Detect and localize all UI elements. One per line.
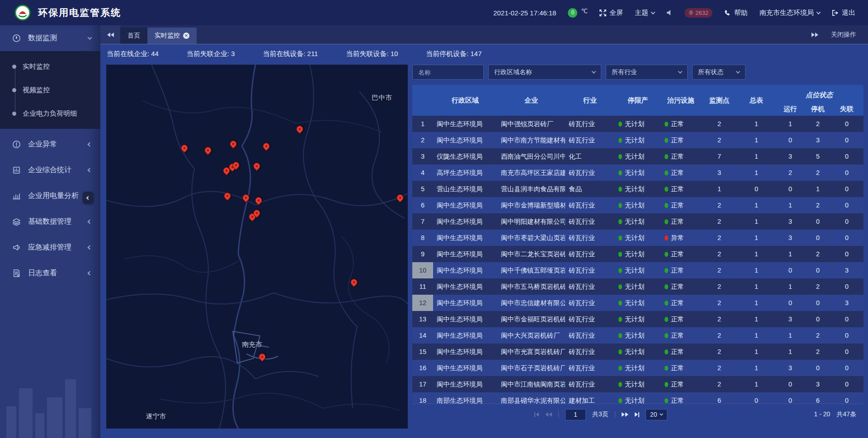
double-chevron-left-icon bbox=[107, 33, 114, 37]
sidebar-item-power-load-detail[interactable]: 企业电力负荷明细 bbox=[0, 102, 100, 125]
cell-region: 阆中生态环境局 bbox=[433, 327, 497, 344]
table-row[interactable]: 12 阆中生态环境局 阆中市忠信建材有限公 砖瓦行业 无计划 正常 2 1 0 … bbox=[412, 295, 863, 311]
prev-page-button[interactable] bbox=[545, 412, 552, 417]
cell-points: 2 bbox=[701, 327, 738, 344]
cell-company: 阆中大兴页岩机砖厂 bbox=[497, 327, 565, 344]
table-row[interactable]: 10 阆中生态环境局 阆中千佛镇五郎垭页岩 砖瓦行业 无计划 正常 2 1 0 … bbox=[412, 262, 863, 278]
cell-limit-status: 无计划 bbox=[615, 148, 661, 165]
notification-badge[interactable]: 2632 bbox=[684, 8, 712, 18]
tab-realtime-monitoring[interactable]: 实时监控 ✕ bbox=[147, 28, 197, 44]
cell-region: 阆中生态环境局 bbox=[433, 197, 497, 213]
table-row[interactable]: 3 仪陇生态环境局 西南油气田分公司川中 化工 无计划 正常 7 1 3 5 0 bbox=[412, 148, 863, 165]
cell-facility-status: 正常 bbox=[661, 246, 701, 262]
cell-run: 1 bbox=[775, 197, 806, 213]
status-dot-icon bbox=[618, 138, 622, 143]
cell-meters: 1 bbox=[738, 116, 775, 132]
app-logo-icon bbox=[14, 5, 31, 21]
cell-lost: 0 bbox=[830, 213, 863, 230]
cell-limit-status: 无计划 bbox=[615, 165, 661, 181]
cell-company: 阆中市二龙长宝页岩砖 bbox=[497, 246, 565, 262]
tab-close-icon[interactable]: ✕ bbox=[183, 33, 189, 39]
sidebar-item-log-view[interactable]: 日志查看 bbox=[0, 260, 100, 286]
table-row[interactable]: 5 营山生态环境局 营山县润丰肉食品有限 食品 无计划 正常 1 0 0 1 0 bbox=[412, 181, 863, 197]
help-button[interactable]: 帮助 bbox=[724, 9, 748, 17]
cell-meters: 1 bbox=[738, 360, 775, 376]
cell-company: 阆中市江南镇阆南页岩 bbox=[497, 376, 565, 392]
status-dot-icon bbox=[618, 219, 622, 224]
close-operations-button[interactable]: 关闭操作 bbox=[831, 31, 856, 39]
table-row[interactable]: 15 阆中生态环境局 阆中市光富页岩机砖厂 砖瓦行业 无计划 正常 2 1 1 … bbox=[412, 344, 863, 360]
cell-points: 3 bbox=[701, 165, 738, 181]
chevron-left-icon bbox=[88, 168, 92, 173]
status-dot-icon bbox=[618, 187, 622, 192]
cell-region: 阆中生态环境局 bbox=[433, 132, 497, 148]
map-panel[interactable]: 巴中市南充市遂宁市 bbox=[106, 65, 408, 429]
status-dot-icon bbox=[665, 154, 668, 159]
region-filter-select[interactable]: 行政区域名称 bbox=[488, 65, 601, 80]
status-dot-icon bbox=[665, 317, 668, 322]
row-number: 7 bbox=[412, 213, 433, 230]
filter-bar: 行政区域名称 所有行业 所有状态 bbox=[412, 65, 863, 80]
table-row[interactable]: 17 阆中生态环境局 阆中市江南镇阆南页岩 砖瓦行业 无计划 正常 2 1 0 … bbox=[412, 376, 863, 392]
col-industry: 行业 bbox=[565, 85, 615, 116]
sidebar-item-video-monitoring[interactable]: 视频监控 bbox=[0, 78, 100, 102]
sidebar-item-realtime-monitoring[interactable]: 实时监控 bbox=[0, 55, 100, 78]
first-page-button[interactable] bbox=[534, 412, 539, 417]
cell-run: 1 bbox=[775, 116, 806, 132]
table-row[interactable]: 16 阆中生态环境局 阆中市石子页岩机砖厂 砖瓦行业 无计划 正常 2 1 3 … bbox=[412, 360, 863, 376]
next-page-button[interactable] bbox=[622, 412, 628, 417]
table-row[interactable]: 8 阆中生态环境局 阆中市枣碧大梁山页岩 砖瓦行业 无计划 异常 2 1 3 0… bbox=[412, 230, 863, 246]
table-row[interactable]: 2 阆中生态环境局 阆中市南方节能建材有 砖瓦行业 无计划 正常 2 1 0 3… bbox=[412, 132, 863, 148]
status-dot-icon bbox=[665, 138, 668, 143]
status-filter-select[interactable]: 所有状态 bbox=[692, 65, 745, 80]
monitor-panel: 行政区域名称 所有行业 所有状态 行政区域 企业 行业 停限产 治污设施 监测点 bbox=[412, 65, 863, 429]
tabs-scroll-right-button[interactable] bbox=[811, 33, 818, 37]
table-row[interactable]: 6 阆中生态环境局 阆中市金博瑞新型墙材 砖瓦行业 无计划 正常 2 1 1 2… bbox=[412, 197, 863, 213]
sidebar-item-base-data[interactable]: 基础数据管理 bbox=[0, 209, 100, 235]
last-page-button[interactable] bbox=[635, 412, 639, 417]
page-number-input[interactable]: 1 bbox=[565, 409, 586, 420]
tab-home[interactable]: 首页 bbox=[120, 28, 147, 44]
sidebar-collapse-button[interactable] bbox=[83, 192, 94, 204]
cell-meters: 0 bbox=[738, 181, 775, 197]
status-dot-icon bbox=[665, 187, 668, 192]
table-row[interactable]: 14 阆中生态环境局 阆中大兴页岩机砖厂 砖瓦行业 无计划 正常 2 1 1 2… bbox=[412, 327, 863, 344]
chevron-left-icon bbox=[88, 271, 92, 276]
cell-region: 阆中生态环境局 bbox=[433, 376, 497, 392]
sidebar-item-data-monitoring[interactable]: 数据监测 bbox=[0, 25, 100, 51]
cell-run: 1 bbox=[775, 246, 806, 262]
sidebar-item-enterprise-statistics[interactable]: 企业综合统计 bbox=[0, 157, 100, 183]
cell-lost: 0 bbox=[830, 148, 863, 165]
org-dropdown[interactable]: 南充市生态环境局 bbox=[760, 9, 820, 17]
map-city-label: 巴中市 bbox=[372, 94, 392, 102]
cell-facility-status: 正常 bbox=[661, 376, 701, 392]
name-filter-field[interactable] bbox=[412, 65, 484, 80]
cell-points: 1 bbox=[701, 181, 738, 197]
row-number: 15 bbox=[412, 344, 433, 360]
cell-industry: 砖瓦行业 bbox=[565, 327, 615, 344]
status-dot-icon bbox=[665, 349, 668, 354]
tabs-scroll-left-button[interactable] bbox=[100, 25, 120, 44]
status-dot-icon bbox=[618, 398, 622, 403]
logout-button[interactable]: 退出 bbox=[832, 9, 855, 17]
sidebar-item-emergency-reduction[interactable]: 应急减排管理 bbox=[0, 235, 100, 260]
table-row[interactable]: 1 阆中生态环境局 阆中强锐页岩砖厂 砖瓦行业 无计划 正常 2 1 1 2 0 bbox=[412, 116, 863, 132]
table-row[interactable]: 11 阆中生态环境局 阆中市五马桥页岩机砖 砖瓦行业 无计划 正常 2 1 1 … bbox=[412, 278, 863, 295]
table-row[interactable]: 13 阆中生态环境局 阆中市金福旺页岩机砖 砖瓦行业 无计划 正常 2 1 3 … bbox=[412, 311, 863, 327]
table-row[interactable]: 9 阆中生态环境局 阆中市二龙长宝页岩砖 砖瓦行业 无计划 正常 2 1 1 2… bbox=[412, 246, 863, 262]
status-dot-icon bbox=[665, 170, 668, 175]
row-number: 8 bbox=[412, 230, 433, 246]
cell-facility-status: 正常 bbox=[661, 327, 701, 344]
industry-filter-select[interactable]: 所有行业 bbox=[606, 65, 688, 80]
sidebar-item-enterprise-abnormal[interactable]: 企业异常 bbox=[0, 132, 100, 157]
page-size-select[interactable]: 20 bbox=[646, 409, 667, 420]
table-row[interactable]: 4 高坪生态环境局 南充市高坪区王家店建 砖瓦行业 无计划 正常 3 1 2 2… bbox=[412, 165, 863, 181]
speaker-muted-icon[interactable] bbox=[666, 9, 673, 16]
fullscreen-button[interactable]: 全屏 bbox=[599, 9, 623, 17]
cell-meters: 1 bbox=[738, 246, 775, 262]
name-filter-input[interactable] bbox=[418, 69, 478, 76]
cell-stop: 0 bbox=[806, 230, 830, 246]
theme-dropdown[interactable]: 主题 bbox=[635, 9, 655, 17]
table-row[interactable]: 7 阆中生态环境局 阆中明阳建材有限公司 砖瓦行业 无计划 正常 2 1 3 0… bbox=[412, 213, 863, 230]
stat-stopped-devices: 当前停机设备:147 bbox=[426, 50, 481, 58]
